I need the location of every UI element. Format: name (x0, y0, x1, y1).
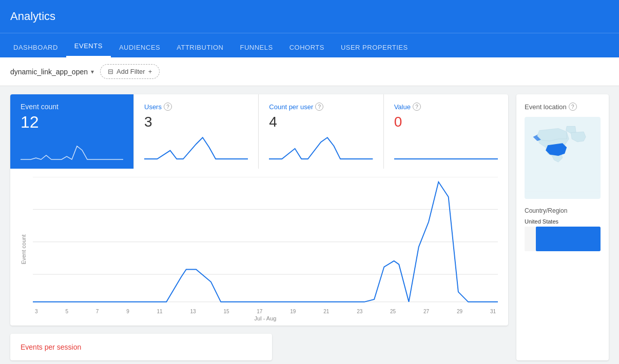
count-per-user-info-icon[interactable]: ? (315, 103, 323, 111)
app-title: Analytics (10, 10, 55, 23)
event-location-info-icon[interactable]: ? (569, 103, 577, 111)
count-per-user-value: 4 (269, 114, 373, 130)
event-location-title: Event location ? (525, 103, 601, 111)
x-label-9: 9 (126, 309, 129, 314)
users-label: Users ? (144, 103, 248, 111)
add-filter-button[interactable]: ⊟ Add Filter + (100, 64, 160, 79)
value-stat: Value ? 0 (383, 94, 508, 169)
event-location-panel: Event location ? (516, 94, 609, 360)
left-panel: Event count 12 Users ? 3 (10, 94, 508, 360)
users-info-icon[interactable]: ? (164, 103, 172, 111)
count-per-user-label: Count per user ? (269, 103, 373, 111)
nav-item-events[interactable]: EVENTS (66, 36, 111, 57)
nav-item-dashboard[interactable]: DASHBOARD (5, 37, 66, 57)
event-name: dynamic_link_app_open (10, 68, 88, 76)
value-info-icon[interactable]: ? (413, 103, 421, 111)
nav-item-funnels[interactable]: FUNNELS (231, 37, 281, 57)
x-label-25: 25 (390, 309, 396, 314)
plus-icon: + (148, 68, 152, 75)
event-location-map (525, 117, 601, 199)
users-mini-chart (144, 134, 248, 160)
users-value: 3 (144, 114, 248, 130)
event-count-mini-chart (21, 140, 123, 160)
x-label-23: 23 (357, 309, 362, 314)
nav-bar: DASHBOARD EVENTS AUDIENCES ATTRIBUTION F… (0, 33, 619, 57)
value-value: 0 (394, 114, 498, 130)
stats-row: Event count 12 Users ? 3 (10, 94, 508, 169)
x-label-21: 21 (323, 309, 329, 314)
country-name: United States (525, 218, 558, 225)
main-chart: 8 6 4 2 0 (33, 177, 498, 307)
nav-item-attribution[interactable]: ATTRIBUTION (168, 37, 231, 57)
nav-item-audiences[interactable]: AUDIENCES (111, 37, 168, 57)
filter-bar: dynamic_link_app_open ▾ ⊟ Add Filter + (0, 57, 619, 86)
event-selector[interactable]: dynamic_link_app_open ▾ (10, 68, 94, 76)
nav-item-user-properties[interactable]: USER PROPERTIES (333, 37, 416, 57)
x-label-5: 5 (65, 309, 68, 314)
count-per-user-mini-chart (269, 134, 373, 160)
event-count-value: 12 (21, 113, 123, 132)
x-axis-title: Jul - Aug (33, 315, 498, 321)
events-per-session-label: Events per session (21, 343, 81, 351)
map-svg (525, 117, 601, 199)
top-bar: Analytics (0, 0, 619, 33)
x-label-13: 13 (190, 309, 196, 314)
x-label-7: 7 (96, 309, 99, 314)
event-count-stat: Event count 12 (10, 94, 133, 169)
country-region-label: Country/Region (525, 207, 601, 214)
x-label-15: 15 (223, 309, 229, 314)
users-stat: Users ? 3 (133, 94, 258, 169)
x-label-27: 27 (423, 309, 429, 314)
count-per-user-stat: Count per user ? 4 (258, 94, 383, 169)
x-label-19: 19 (290, 309, 296, 314)
events-per-session-card: Events per session (10, 334, 272, 360)
filter-icon: ⊟ (108, 68, 113, 75)
add-filter-label: Add Filter (117, 68, 145, 75)
x-label-31: 31 (490, 309, 496, 314)
y-axis-label: Event count (21, 177, 31, 322)
nav-item-cohorts[interactable]: COHORTS (281, 37, 333, 57)
x-label-17: 17 (257, 309, 262, 314)
x-label-29: 29 (457, 309, 462, 314)
country-bar (536, 227, 601, 251)
main-content: Event count 12 Users ? 3 (0, 86, 619, 364)
x-label-3: 3 (35, 309, 38, 314)
country-bar-container (525, 227, 601, 251)
x-label-11: 11 (157, 309, 163, 314)
value-mini-chart (394, 134, 498, 160)
value-label: Value ? (394, 103, 498, 111)
chart-area: Event count 8 6 4 (10, 169, 508, 326)
bottom-row: Events per session (10, 334, 508, 360)
event-count-label: Event count (21, 103, 123, 111)
chevron-down-icon: ▾ (91, 68, 94, 75)
stats-card: Event count 12 Users ? 3 (10, 94, 508, 326)
